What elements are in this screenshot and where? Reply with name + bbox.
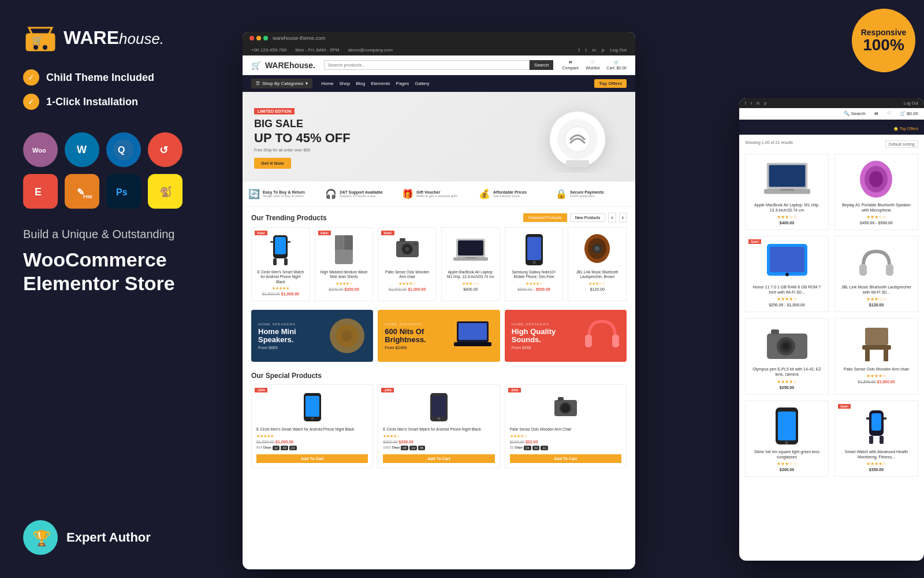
- special-name-2: Patio Sense Oslo Wooden Arm Chair: [510, 427, 621, 432]
- svg-rect-40: [400, 238, 405, 242]
- special-stars-0: ★★★★★: [256, 434, 368, 439]
- count-hours-1: 08: [401, 446, 408, 450]
- product-stars-5: ★★★☆☆: [573, 281, 621, 286]
- right-panel: f t in p Log Out 🔍 Search ⇄ ♡ 🛒 $0.00 ⭐ …: [739, 98, 924, 561]
- special-price-1: $200.00 $200.00: [383, 440, 494, 444]
- svg-rect-99: [869, 436, 873, 444]
- right-products-content: Showing 1-00 of 21 results Default sorti…: [739, 135, 924, 483]
- count-hours-0: 12: [273, 446, 280, 450]
- svg-text:🐒: 🐒: [159, 186, 173, 198]
- product-name-0: E Circle Men's Smart Watch for Android P…: [256, 270, 305, 284]
- prev-arrow-icon[interactable]: ‹: [608, 213, 616, 223]
- search-button[interactable]: Search: [530, 60, 553, 70]
- nav-gallery[interactable]: Gallery: [415, 81, 429, 86]
- top-offers-badge[interactable]: Top Offers: [594, 79, 627, 88]
- special-card-1: -20% E Circle Men's Smart Watch for Andr…: [378, 384, 500, 468]
- mailchimp-icon: 🐒: [148, 174, 182, 209]
- count-min-0: 43: [281, 446, 288, 450]
- dot-red: [249, 36, 254, 40]
- logout-link[interactable]: Log Out: [610, 47, 627, 53]
- right-product-2: Sale! Honor 11 7.0 1 GB RAM 8 GB ROM 7 I…: [745, 236, 829, 312]
- product-price-2: $1,500.00 $1,000.00: [383, 287, 431, 291]
- hero-cta-button[interactable]: Get It Now: [254, 158, 291, 169]
- cart-icon-item[interactable]: 🛒 Cart: $0.00: [606, 60, 627, 70]
- product-name-5: JBL Link Music Bluetooth Lautsprecher, B…: [573, 270, 621, 280]
- product-img-0: [263, 232, 298, 267]
- svg-text:Q: Q: [118, 145, 125, 155]
- tab-new[interactable]: New Products: [570, 213, 606, 222]
- add-to-cart-0[interactable]: Add To Cart: [256, 454, 368, 463]
- svg-rect-26: [566, 160, 589, 167]
- promo-card-brightness: HOME SPEAKERS 600 Nits OfBrightness. Fro…: [378, 310, 500, 362]
- special-price-2: $100.00 $22.00: [510, 440, 621, 444]
- product-card-0: Sale! E Circle Men's Smart Watch for And…: [251, 227, 310, 301]
- next-arrow-icon[interactable]: ›: [619, 213, 627, 223]
- right-product-name-2: Honor 11 7.0 1 GB RAM 8 GB ROM 7 Inch wi…: [750, 284, 824, 295]
- tagline: Build a Unique & Outstanding: [23, 226, 219, 242]
- right-price-5: $1,500.00 $1,000.00: [840, 380, 913, 384]
- right-price-2: $250.00 - $1,000.00: [750, 303, 824, 307]
- svg-rect-41: [413, 243, 417, 245]
- svg-text:🏆: 🏆: [32, 529, 51, 547]
- right-logout[interactable]: Log Out: [904, 101, 918, 105]
- right-product-img-2: [764, 241, 810, 281]
- social-icons: f t in p Log Out: [578, 47, 627, 53]
- support-desc: Support 24 hours a day: [340, 194, 383, 198]
- svg-text:Woo: Woo: [32, 147, 46, 154]
- right-wishlist-icon[interactable]: ♡: [887, 111, 891, 116]
- feature-gift: 🎁 Gift Voucher Refer & get a surprise gi…: [402, 188, 476, 199]
- nav-shop[interactable]: Shop: [340, 81, 351, 86]
- svg-rect-79: [770, 247, 804, 272]
- svg-rect-34: [335, 235, 344, 250]
- special-name-0: E Circle Men's Smart Watch for Android P…: [256, 427, 368, 432]
- svg-rect-65: [432, 396, 446, 417]
- right-products-grid: Apple MacBook Air Laptop: M1 chip, 13.3-…: [745, 154, 918, 477]
- svg-point-69: [561, 404, 569, 412]
- contact-info: +00 123-456-789 Mon - Fri: 8AM - 5PM dem…: [251, 47, 393, 53]
- categories-dropdown[interactable]: ☰ Shop By Categories ▾: [251, 79, 312, 88]
- svg-rect-90: [865, 350, 870, 361]
- right-price-6: $300.00: [750, 468, 824, 472]
- right-social-icons: f t in p: [745, 101, 766, 105]
- sort-dropdown[interactable]: Default sorting: [885, 140, 918, 148]
- special-products-grid: -19% E Circle Men's Smart Watch for Andr…: [251, 384, 627, 468]
- svg-rect-35: [344, 235, 353, 250]
- main-browser-preview: warehouse-theme.com +00 123-456-789 Mon …: [243, 32, 635, 569]
- trending-section-header: Our Trending Products Featured Products …: [243, 207, 635, 227]
- compare-icon-item[interactable]: ⇄ Compare: [562, 60, 579, 70]
- navigation-bar: ☰ Shop By Categories ▾ Home Shop Blog El…: [243, 75, 635, 92]
- prices-desc: Get Factory price: [493, 194, 527, 198]
- wishlist-icon-item[interactable]: ♡ Wishlist: [586, 60, 599, 70]
- product-img-1: [327, 232, 362, 267]
- right-search-btn[interactable]: 🔍 Search: [844, 111, 866, 116]
- dropdown-chevron-icon: ▾: [305, 81, 308, 86]
- right-compare-icon[interactable]: ⇄: [874, 111, 878, 116]
- svg-point-86: [783, 343, 789, 350]
- search-input[interactable]: [324, 60, 530, 70]
- right-product-5: Patio Sense Oslo Wooden Arm chair ★★★★☆ …: [834, 318, 918, 394]
- tab-featured[interactable]: Featured Products: [523, 213, 567, 222]
- right-sale-badge-2: Sale!: [748, 239, 761, 244]
- facebook-icon: f: [578, 47, 579, 53]
- svg-rect-43: [458, 240, 483, 255]
- svg-text:🛒: 🛒: [32, 35, 43, 46]
- features-list: ✓ Child Theme Included ✓ 1-Click Install…: [23, 69, 219, 118]
- trending-title: Our Trending Products: [251, 214, 327, 222]
- nav-blog[interactable]: Blog: [356, 81, 365, 86]
- right-cart-icon[interactable]: 🛒 $0.00: [900, 111, 918, 116]
- svg-point-39: [405, 247, 409, 251]
- right-product-img-3: [854, 241, 900, 281]
- right-fb-icon: f: [745, 101, 746, 105]
- store-top-bar: +00 123-456-789 Mon - Fri: 8AM - 5PM dem…: [243, 45, 635, 55]
- svg-point-1: [33, 45, 38, 50]
- svg-rect-74: [780, 189, 794, 191]
- add-to-cart-2[interactable]: Add To Cart: [510, 454, 621, 463]
- feature-buy-return: 🔄 Easy To Buy & Return Single click to b…: [248, 188, 322, 199]
- nav-pages[interactable]: Pages: [396, 81, 409, 86]
- gift-title: Gift Voucher: [416, 190, 457, 194]
- search-bar[interactable]: Search: [324, 60, 553, 70]
- add-to-cart-1[interactable]: Add To Cart: [383, 454, 494, 463]
- nav-elements[interactable]: Elements: [371, 81, 390, 86]
- right-product-name-7: Smart Watch with Advanced Health Monitor…: [840, 449, 913, 460]
- nav-home[interactable]: Home: [321, 81, 333, 86]
